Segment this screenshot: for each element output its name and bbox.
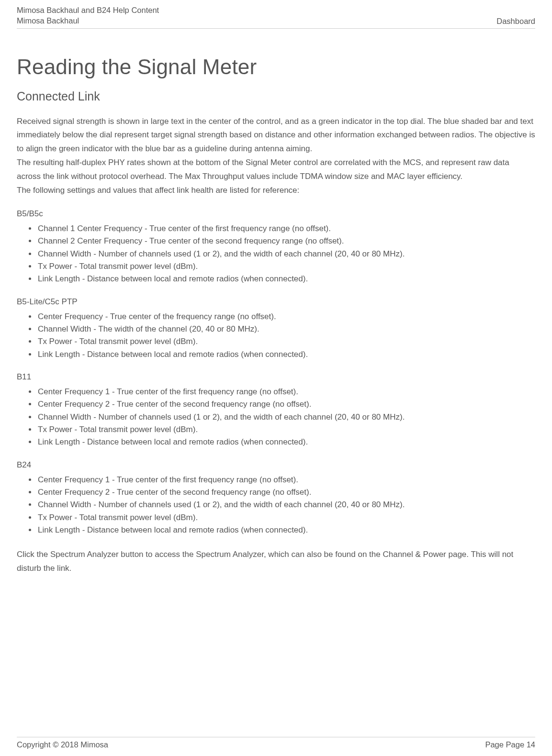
list-item: Channel Width - Number of channels used … [37, 248, 535, 260]
list-item: Channel Width - Number of channels used … [37, 411, 535, 423]
header-title-line2: Mimosa Backhaul [17, 15, 159, 26]
list-item: Link Length - Distance between local and… [37, 273, 535, 285]
list-item: Center Frequency 1 - True center of the … [37, 474, 535, 486]
section-label: B5-Lite/C5c PTP [17, 297, 535, 307]
list-item: Link Length - Distance between local and… [37, 348, 535, 361]
list-item: Tx Power - Total transmit power level (d… [37, 260, 535, 273]
section-bullets: Center Frequency 1 - True center of the … [17, 474, 535, 537]
page-footer: Copyright © 2018 Mimosa Page Page 14 [17, 737, 535, 749]
section-label: B5/B5c [17, 209, 535, 219]
closing-paragraph: Click the Spectrum Analyzer button to ac… [17, 548, 535, 576]
footer-page-number: Page Page 14 [485, 740, 535, 749]
list-item: Channel Width - Number of channels used … [37, 499, 535, 511]
list-item: Center Frequency 2 - True center of the … [37, 398, 535, 411]
header-section-label: Dashboard [496, 17, 535, 26]
page-header: Mimosa Backhaul and B24 Help Content Mim… [17, 5, 535, 29]
section-bullets: Center Frequency - True center of the fr… [17, 311, 535, 361]
page-content: Reading the Signal Meter Connected Link … [17, 29, 535, 576]
list-item: Center Frequency - True center of the fr… [37, 311, 535, 323]
intro-paragraph-1: Received signal strength is shown in lar… [17, 115, 535, 156]
list-item: Link Length - Distance between local and… [37, 436, 535, 448]
list-item: Channel Width - The width of the channel… [37, 323, 535, 335]
page-subtitle: Connected Link [17, 89, 535, 103]
footer-copyright: Copyright © 2018 Mimosa [17, 740, 108, 749]
intro-paragraph-2: The resulting half-duplex PHY rates show… [17, 156, 535, 184]
intro-paragraph-3: The following settings and values that a… [17, 184, 535, 198]
list-item: Channel 1 Center Frequency - True center… [37, 222, 535, 235]
section-bullets: Center Frequency 1 - True center of the … [17, 386, 535, 449]
header-title-line1: Mimosa Backhaul and B24 Help Content [17, 5, 159, 15]
list-item: Center Frequency 2 - True center of the … [37, 486, 535, 499]
list-item: Channel 2 Center Frequency - True center… [37, 235, 535, 247]
page-title: Reading the Signal Meter [17, 55, 535, 79]
list-item: Tx Power - Total transmit power level (d… [37, 511, 535, 524]
section-label: B11 [17, 372, 535, 382]
list-item: Center Frequency 1 - True center of the … [37, 386, 535, 398]
list-item: Link Length - Distance between local and… [37, 524, 535, 536]
header-left: Mimosa Backhaul and B24 Help Content Mim… [17, 5, 159, 26]
section-label: B24 [17, 460, 535, 470]
list-item: Tx Power - Total transmit power level (d… [37, 423, 535, 436]
section-bullets: Channel 1 Center Frequency - True center… [17, 222, 535, 286]
list-item: Tx Power - Total transmit power level (d… [37, 335, 535, 348]
